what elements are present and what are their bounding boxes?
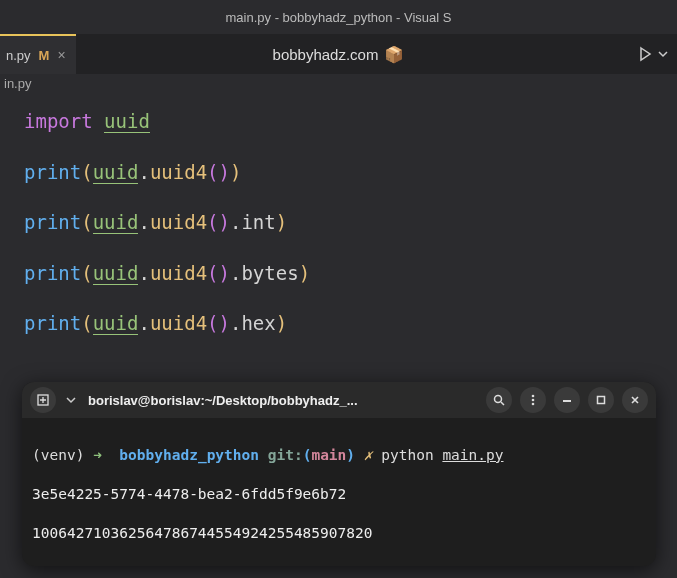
new-tab-icon[interactable]	[30, 387, 56, 413]
terminal-titlebar[interactable]: borislav@borislav:~/Desktop/bobbyhadz_..…	[22, 382, 656, 418]
run-controls	[637, 46, 669, 62]
terminal-output: 100642710362564786744554924255485907820	[32, 524, 646, 544]
maximize-icon[interactable]	[588, 387, 614, 413]
breadcrumb[interactable]: in.py	[0, 74, 677, 98]
terminal-window: borislav@borislav:~/Desktop/bobbyhadz_..…	[22, 382, 656, 566]
code-editor[interactable]: import uuid print(uuid.uuid4()) print(uu…	[0, 98, 677, 337]
code-line: print(uuid.uuid4())	[24, 159, 677, 186]
menu-icon[interactable]	[520, 387, 546, 413]
terminal-output: b'_\xbb\xf6\x92"HA\xb8\xbf\xce1(\xa7\x85…	[32, 563, 646, 566]
cube-icon: 📦	[384, 45, 404, 64]
code-line: import uuid	[24, 108, 677, 135]
svg-point-3	[532, 399, 535, 402]
svg-point-1	[495, 396, 502, 403]
modified-indicator: M	[39, 48, 50, 63]
code-line: print(uuid.uuid4().int)	[24, 209, 677, 236]
tab-bar: n.py M × bobbyhadz.com 📦	[0, 34, 677, 74]
code-line: print(uuid.uuid4().hex)	[24, 310, 677, 337]
window-title: main.py - bobbyhadz_python - Visual S	[226, 10, 452, 25]
terminal-line: (venv) ➜ bobbyhadz_python git:(main) ✗ p…	[32, 446, 646, 466]
tab-filename: n.py	[6, 48, 31, 63]
close-window-icon[interactable]	[622, 387, 648, 413]
terminal-output: 3e5e4225-5774-4478-bea2-6fdd5f9e6b72	[32, 485, 646, 505]
terminal-title: borislav@borislav:~/Desktop/bobbyhadz_..…	[88, 393, 480, 408]
close-icon[interactable]: ×	[57, 47, 65, 63]
svg-point-4	[532, 403, 535, 406]
title-bar: main.py - bobbyhadz_python - Visual S	[0, 0, 677, 34]
chevron-down-icon[interactable]	[657, 48, 669, 60]
minimize-icon[interactable]	[554, 387, 580, 413]
terminal-body[interactable]: (venv) ➜ bobbyhadz_python git:(main) ✗ p…	[22, 418, 656, 566]
editor-tab-main[interactable]: n.py M ×	[0, 34, 76, 74]
terminal-dropdown-icon[interactable]	[66, 395, 76, 405]
svg-rect-5	[598, 397, 605, 404]
search-icon[interactable]	[486, 387, 512, 413]
header-label: bobbyhadz.com 📦	[0, 45, 677, 64]
svg-point-2	[532, 395, 535, 398]
run-icon[interactable]	[637, 46, 653, 62]
code-line: print(uuid.uuid4().bytes)	[24, 260, 677, 287]
